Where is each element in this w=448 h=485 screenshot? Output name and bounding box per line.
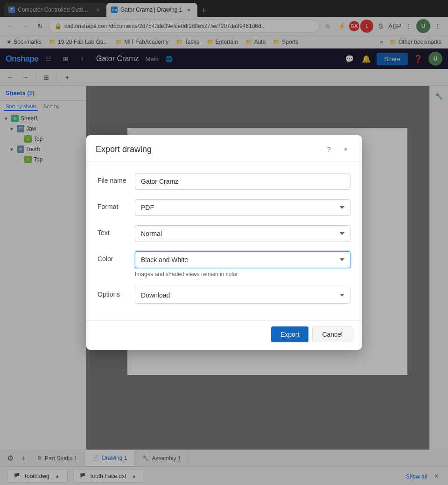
text-select[interactable]: Normal Exploded bbox=[135, 225, 350, 242]
color-hint: Images and shaded views remain in color bbox=[135, 270, 350, 277]
dialog-body: File name Format PDF DWG DXF SVG bbox=[86, 162, 362, 320]
dialog-title: Export drawing bbox=[96, 145, 152, 154]
options-select[interactable]: Download Save to cloud bbox=[135, 287, 350, 304]
file-name-label: File name bbox=[98, 173, 135, 184]
dialog-help-button[interactable]: ? bbox=[322, 143, 336, 156]
format-row: Format PDF DWG DXF SVG bbox=[98, 199, 350, 216]
dialog-footer: Export Cancel bbox=[86, 320, 362, 350]
color-row: Color Black and White Color Images and s… bbox=[98, 251, 350, 277]
text-label: Text bbox=[98, 225, 135, 236]
dialog-header: Export drawing ? × bbox=[86, 135, 362, 162]
format-select[interactable]: PDF DWG DXF SVG bbox=[135, 199, 350, 216]
dialog-header-icons: ? × bbox=[322, 143, 352, 156]
options-label: Options bbox=[98, 287, 135, 298]
color-label: Color bbox=[98, 251, 135, 263]
dialog-close-button[interactable]: × bbox=[339, 143, 352, 156]
modal-overlay: Export drawing ? × File name Format PDF bbox=[0, 0, 448, 485]
color-select[interactable]: Black and White Color bbox=[135, 251, 350, 268]
options-row: Options Download Save to cloud bbox=[98, 287, 350, 304]
text-control: Normal Exploded bbox=[135, 225, 350, 242]
file-name-control bbox=[135, 173, 350, 190]
format-label: Format bbox=[98, 199, 135, 210]
options-control: Download Save to cloud bbox=[135, 287, 350, 304]
export-button[interactable]: Export bbox=[271, 326, 308, 342]
cancel-button[interactable]: Cancel bbox=[312, 326, 352, 342]
file-name-input[interactable] bbox=[135, 173, 350, 190]
format-control: PDF DWG DXF SVG bbox=[135, 199, 350, 216]
color-control: Black and White Color Images and shaded … bbox=[135, 251, 350, 277]
text-row: Text Normal Exploded bbox=[98, 225, 350, 242]
file-name-row: File name bbox=[98, 173, 350, 190]
export-dialog: Export drawing ? × File name Format PDF bbox=[86, 135, 362, 350]
